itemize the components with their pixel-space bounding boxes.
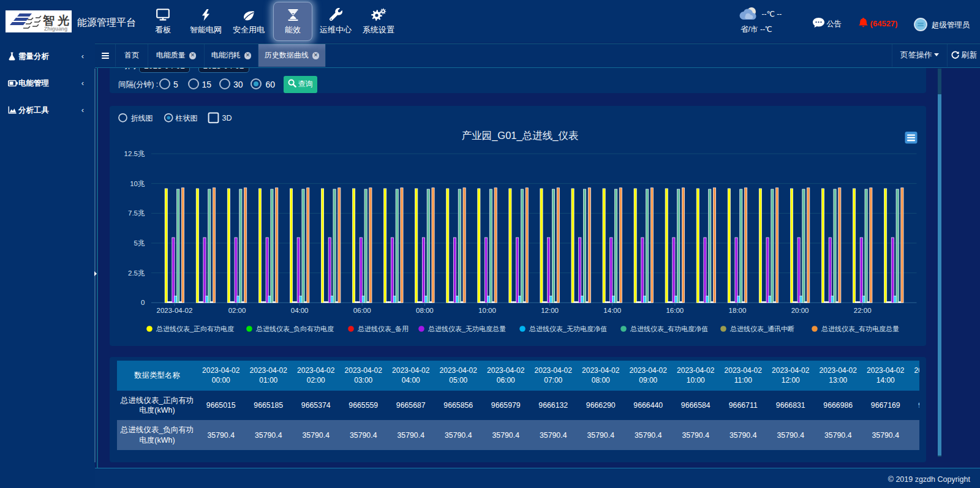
svg-text:7.5兆: 7.5兆 [128, 209, 145, 217]
svg-text:22:00: 22:00 [854, 307, 872, 314]
svg-text:18:00: 18:00 [729, 307, 747, 314]
svg-text:Zhiguang: Zhiguang [44, 26, 67, 32]
svg-text:总进线仪表_有功电度总量: 总进线仪表_有功电度总量 [821, 325, 899, 332]
svg-text:02:00: 02:00 [228, 307, 246, 314]
svg-text:2023-04-02: 2023-04-02 [156, 307, 192, 314]
svg-text:10兆: 10兆 [130, 180, 145, 187]
svg-text:14:00: 14:00 [603, 307, 621, 314]
svg-text:04:00: 04:00 [291, 307, 309, 314]
svg-text:06:00: 06:00 [353, 307, 371, 314]
svg-text:柱状图: 柱状图 [175, 114, 198, 122]
svg-text:10:00: 10:00 [478, 307, 496, 314]
svg-text:12.5兆: 12.5兆 [124, 150, 145, 157]
svg-text:总进线仪表_备用: 总进线仪表_备用 [357, 325, 409, 332]
svg-text:0: 0 [141, 299, 145, 306]
svg-text:20:00: 20:00 [791, 307, 809, 314]
svg-text:总进线仪表_正向有功电度: 总进线仪表_正向有功电度 [156, 325, 234, 332]
svg-text:12:00: 12:00 [541, 307, 559, 314]
svg-text:08:00: 08:00 [416, 307, 434, 314]
svg-text:5兆: 5兆 [134, 239, 145, 247]
svg-text:产业园_G01_总进线_仪表: 产业园_G01_总进线_仪表 [462, 130, 579, 141]
svg-text:总进线仪表_有功电度净值: 总进线仪表_有功电度净值 [630, 325, 708, 332]
svg-text:2.5兆: 2.5兆 [128, 269, 145, 277]
svg-text:总进线仪表_无功电度总量: 总进线仪表_无功电度总量 [428, 325, 506, 332]
svg-text:总进线仪表_负向有功电度: 总进线仪表_负向有功电度 [255, 325, 334, 332]
svg-text:总进线仪表_无功电度净值: 总进线仪表_无功电度净值 [529, 325, 607, 332]
svg-text:总进线仪表_通讯中断: 总进线仪表_通讯中断 [729, 325, 794, 332]
svg-text:3D: 3D [222, 114, 232, 122]
svg-text:16:00: 16:00 [666, 307, 684, 314]
svg-text:折线图: 折线图 [131, 114, 153, 122]
